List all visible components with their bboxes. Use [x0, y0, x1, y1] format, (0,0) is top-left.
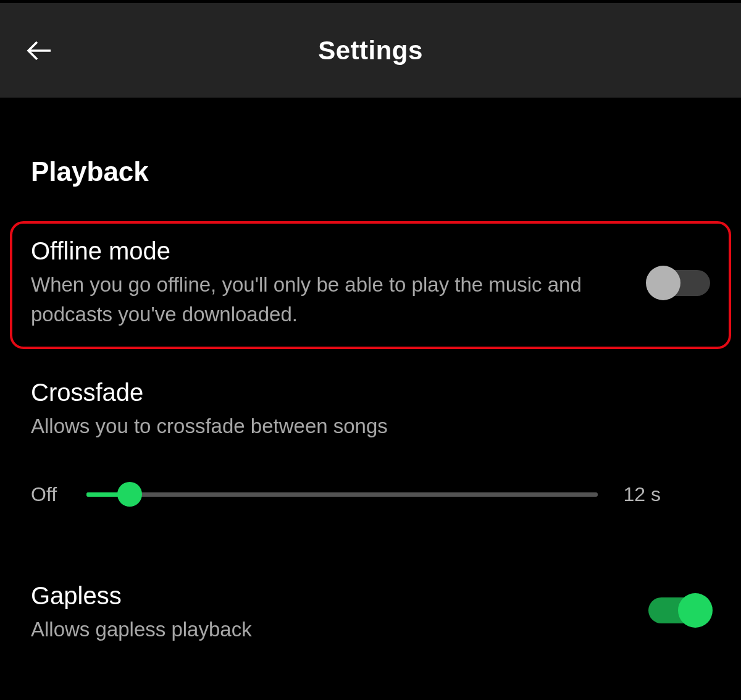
page-title: Settings	[25, 36, 716, 65]
offline-mode-toggle[interactable]	[648, 270, 710, 296]
gapless-text: Gapless Allows gapless playback	[31, 582, 648, 644]
content-area: Playback Offline mode When you go offlin…	[0, 98, 741, 655]
crossfade-slider[interactable]	[86, 492, 598, 497]
crossfade-label: Crossfade	[31, 379, 685, 407]
toggle-thumb	[678, 593, 713, 628]
crossfade-min-label: Off	[31, 483, 67, 506]
gapless-label: Gapless	[31, 582, 624, 610]
gapless-toggle[interactable]	[648, 597, 710, 623]
back-button[interactable]	[25, 36, 54, 65]
gapless-desc: Allows gapless playback	[31, 615, 624, 644]
arrow-left-icon	[25, 36, 54, 65]
gapless-section: Gapless Allows gapless playback	[31, 571, 710, 656]
offline-mode-text: Offline mode When you go offline, you'll…	[31, 237, 648, 329]
offline-mode-row: Offline mode When you go offline, you'll…	[31, 237, 710, 329]
offline-mode-desc: When you go offline, you'll only be able…	[31, 270, 624, 329]
slider-thumb	[117, 482, 142, 507]
section-title-playback: Playback	[31, 156, 710, 187]
crossfade-max-label: 12 s	[618, 483, 661, 506]
offline-mode-label: Offline mode	[31, 237, 624, 265]
offline-mode-highlight: Offline mode When you go offline, you'll…	[10, 221, 731, 349]
toggle-thumb	[646, 266, 680, 300]
gapless-row: Gapless Allows gapless playback	[31, 571, 710, 656]
crossfade-section: Crossfade Allows you to crossfade betwee…	[31, 368, 710, 521]
crossfade-row: Crossfade Allows you to crossfade betwee…	[31, 368, 710, 452]
crossfade-text: Crossfade Allows you to crossfade betwee…	[31, 379, 710, 441]
crossfade-slider-row: Off 12 s	[31, 483, 710, 506]
header-bar: Settings	[0, 0, 741, 98]
crossfade-desc: Allows you to crossfade between songs	[31, 411, 685, 441]
